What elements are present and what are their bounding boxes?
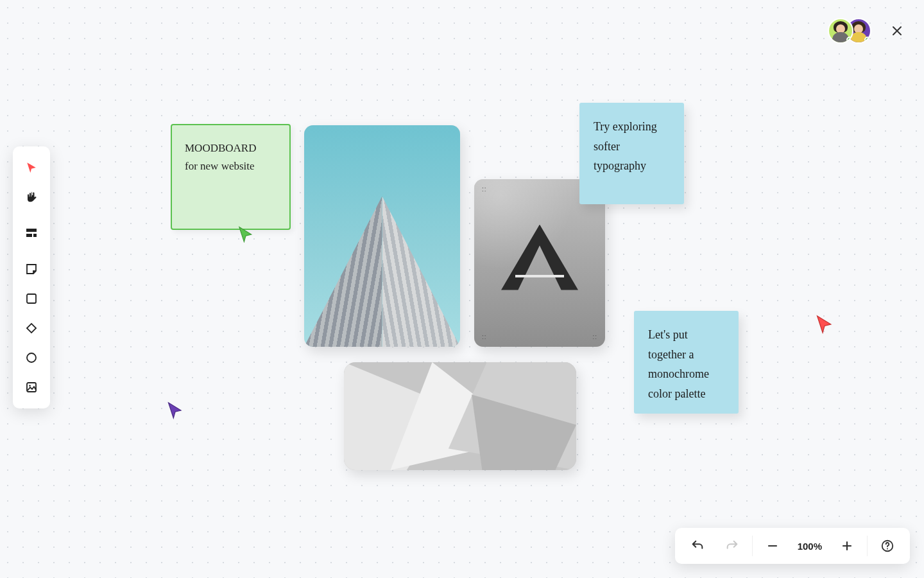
zoom-in-button[interactable] — [830, 528, 864, 564]
canvas-image[interactable]: :: :: :: :: — [474, 179, 605, 347]
svg-rect-4 — [27, 324, 36, 333]
close-button[interactable] — [889, 23, 905, 39]
svg-point-7 — [29, 385, 31, 387]
text-line: for new website — [185, 157, 277, 175]
tool-select[interactable] — [18, 154, 45, 181]
top-right-controls — [828, 18, 905, 44]
tool-ellipse[interactable] — [18, 344, 45, 371]
divider — [752, 536, 753, 556]
zoom-level[interactable]: 100% — [790, 541, 830, 552]
tool-sticky-note[interactable] — [18, 256, 45, 283]
image-placeholder-polygons — [344, 362, 576, 470]
zoom-out-button[interactable] — [755, 528, 790, 564]
avatar[interactable] — [828, 18, 853, 44]
divider — [867, 536, 868, 556]
canvas-image[interactable] — [344, 362, 576, 470]
svg-rect-2 — [33, 234, 37, 237]
remote-cursor-red — [816, 315, 833, 337]
svg-rect-3 — [27, 294, 36, 303]
help-button[interactable] — [870, 528, 905, 564]
image-placeholder-letter: :: :: :: :: — [474, 179, 605, 347]
image-placeholder-skyscraper — [304, 125, 460, 347]
text-frame[interactable]: MOODBOARD for new website — [171, 124, 291, 230]
text-line: MOODBOARD — [185, 139, 277, 157]
tool-section[interactable] — [18, 220, 45, 247]
svg-point-5 — [27, 353, 36, 362]
svg-rect-1 — [26, 234, 32, 237]
tool-pan[interactable] — [18, 184, 45, 211]
remote-cursor-green — [238, 226, 253, 245]
sticky-note[interactable]: Try exploring softer typography — [579, 103, 684, 204]
sticky-note[interactable]: Let's put together a monochrome color pa… — [634, 311, 739, 414]
collaborator-avatars — [828, 18, 871, 44]
redo-button[interactable] — [715, 528, 749, 564]
tool-diamond[interactable] — [18, 315, 45, 342]
bottom-toolbar: 100% — [675, 528, 910, 564]
undo-button[interactable] — [680, 528, 715, 564]
left-toolbar — [13, 146, 50, 408]
tool-rectangle[interactable] — [18, 285, 45, 312]
svg-rect-0 — [26, 229, 37, 232]
remote-cursor-purple — [167, 401, 183, 422]
svg-point-9 — [887, 548, 888, 550]
canvas-image[interactable] — [304, 125, 460, 347]
tool-image[interactable] — [18, 374, 45, 401]
sticky-text: Try exploring softer typography — [594, 120, 657, 172]
sticky-text: Let's put together a monochrome color pa… — [648, 328, 709, 400]
presence-indicator — [864, 37, 871, 43]
